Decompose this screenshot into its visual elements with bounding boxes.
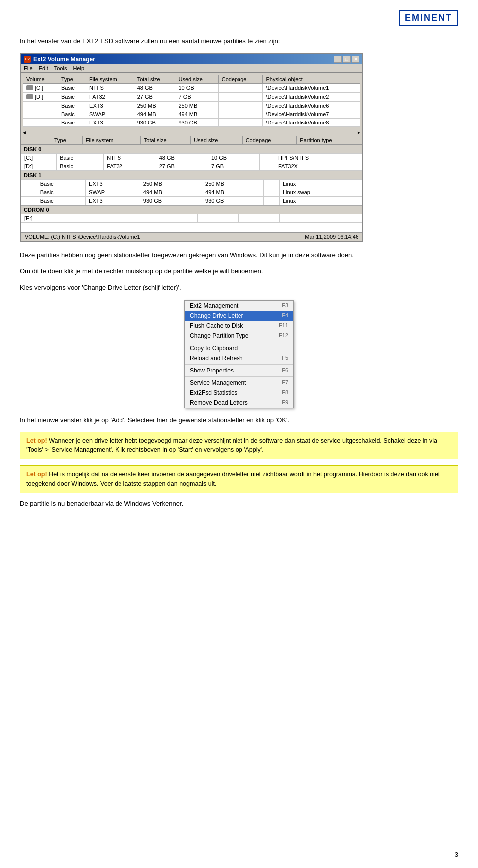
context-menu-item[interactable]: Service ManagementF7: [185, 378, 293, 388]
disk1-cell: 930 GB: [202, 196, 264, 205]
disk0-cell: [260, 162, 275, 170]
col-total: Total size: [134, 75, 175, 83]
volume-cell: Basic: [58, 83, 86, 92]
menu-edit[interactable]: Edit: [39, 65, 48, 71]
empty-table: [21, 223, 362, 232]
volume-row[interactable]: [C:]BasicNTFS48 GB10 GB\Device\HarddiskV…: [23, 83, 360, 92]
logo-area: EMINENT: [20, 10, 458, 26]
volume-row[interactable]: BasicEXT3930 GB930 GB\Device\HarddiskVol…: [23, 118, 360, 126]
disk1-cell: SWAP: [86, 188, 140, 196]
note2-label: Let op!: [26, 471, 47, 478]
cdrom0-row[interactable]: [E:]: [21, 214, 362, 222]
volume-cell: \Device\HarddiskVolume2: [263, 92, 360, 101]
disk0-cell: [D:]: [21, 162, 57, 170]
text-p2: Om dit te doen klik je met de rechter mu…: [20, 266, 458, 277]
volume-cell: 10 GB: [175, 83, 218, 92]
menu-item-shortcut: F11: [279, 322, 288, 329]
close-button[interactable]: ✕: [352, 56, 359, 63]
disk1-cell: Basic: [37, 188, 85, 196]
volume-table: Volume Type File system Total size Used …: [23, 75, 360, 127]
volume-cell: \Device\HarddiskVolume7: [263, 110, 360, 118]
context-menu-item[interactable]: Change Partition TypeF12: [185, 331, 293, 341]
text2-p1: In het nieuwe venster klik je op 'Add'. …: [20, 415, 458, 426]
ext2-volume-manager-window: E2 Ext2 Volume Manager _ □ ✕ File Edit T…: [20, 53, 363, 242]
cdrom0-cell: [E:]: [21, 214, 115, 222]
context-menu-item[interactable]: Remove Dead LettersF9: [185, 398, 293, 408]
disk-section-header: Type File system Total size Used size Co…: [21, 136, 362, 144]
volume-cell: EXT3: [86, 101, 134, 110]
volume-cell: 930 GB: [134, 118, 175, 126]
volume-cell: 494 MB: [175, 110, 218, 118]
window-icon: E2: [24, 56, 31, 63]
col-fs: File system: [86, 75, 134, 83]
volume-row[interactable]: [D:]BasicFAT3227 GB7 GB\Device\HarddiskV…: [23, 92, 360, 101]
disk0-cell: HPFS/NTFS: [275, 153, 362, 162]
disk1-row[interactable]: BasicEXT3930 GB930 GBLinux: [21, 196, 362, 205]
status-bar: VOLUME: (C:) NTFS \Device\HarddiskVolume…: [21, 232, 362, 241]
context-menu-item[interactable]: Change Drive LetterF4: [185, 311, 293, 321]
context-menu-item[interactable]: Reload and RefreshF5: [185, 353, 293, 363]
context-menu-item[interactable]: Show PropertiesF6: [185, 366, 293, 375]
disk0-table: [C:]BasicNTFS48 GB10 GBHPFS/NTFS[D:]Basi…: [21, 153, 362, 171]
volume-row[interactable]: BasicSWAP494 MB494 MB\Device\HarddiskVol…: [23, 110, 360, 118]
disk1-table: BasicEXT3250 MB250 MBLinuxBasicSWAP494 M…: [21, 179, 362, 205]
window-controls[interactable]: _ □ ✕: [334, 56, 359, 63]
disk1-cell: Basic: [37, 196, 85, 205]
volume-cell: [218, 83, 263, 92]
disk1-cell: EXT3: [86, 179, 140, 188]
disk1-row[interactable]: BasicEXT3250 MB250 MBLinux: [21, 179, 362, 188]
volume-cell: [218, 118, 263, 126]
minimize-button[interactable]: _: [334, 56, 342, 63]
disk0-cell: 10 GB: [208, 153, 259, 162]
volume-cell: SWAP: [86, 110, 134, 118]
ds-col-codepage: Codepage: [242, 136, 297, 144]
col-type: Type: [58, 75, 86, 83]
volume-cell: FAT32: [86, 92, 134, 101]
ds-col-partition: Partition type: [297, 136, 362, 144]
status-right: Mar 11,2009 16:14:46: [305, 234, 358, 240]
volume-cell: 494 MB: [134, 110, 175, 118]
disk0-cell: Basic: [57, 162, 104, 170]
menu-item-shortcut: F8: [282, 389, 288, 396]
volume-cell: [218, 101, 263, 110]
context-menu-item[interactable]: Flush Cache to DiskF11: [185, 321, 293, 331]
disk0-row[interactable]: [C:]BasicNTFS48 GB10 GBHPFS/NTFS: [21, 153, 362, 162]
volume-cell: NTFS: [86, 83, 134, 92]
menu-item-label: Change Partition Type: [190, 332, 249, 339]
titlebar-left: E2 Ext2 Volume Manager: [24, 56, 95, 63]
disk-section: Type File system Total size Used size Co…: [21, 136, 362, 232]
note1-text: Wanneer je een drive letter hebt toegevo…: [26, 437, 437, 454]
context-menu-area: Ext2 ManagementF3Change Drive LetterF4Fl…: [20, 300, 458, 408]
menu-file[interactable]: File: [24, 65, 33, 71]
menu-item-label: Service Management: [190, 379, 246, 386]
disk1-cell: EXT3: [86, 196, 140, 205]
status-left: VOLUME: (C:) NTFS \Device\HarddiskVolume…: [25, 234, 140, 240]
context-menu-item[interactable]: Copy to Clipboard: [185, 343, 293, 353]
volume-cell: 250 MB: [175, 101, 218, 110]
window-title: Ext2 Volume Manager: [33, 56, 95, 63]
cdrom0-cell: [239, 214, 280, 222]
cdrom0-cell: [321, 214, 362, 222]
disk1-cell: 494 MB: [140, 188, 202, 196]
volume-cell: [23, 118, 58, 126]
cdrom0-cell: [156, 214, 197, 222]
disk1-cell: Linux: [279, 179, 362, 188]
horizontal-scrollbar[interactable]: ◄ ►: [21, 129, 362, 136]
disk0-cell: 7 GB: [208, 162, 259, 170]
context-menu-item[interactable]: Ext2Fsd StatisticsF8: [185, 388, 293, 398]
menu-tools[interactable]: Tools: [54, 65, 67, 71]
menu-item-shortcut: F4: [282, 312, 288, 319]
maximize-button[interactable]: □: [343, 56, 351, 63]
volume-list: Volume Type File system Total size Used …: [23, 75, 360, 127]
volume-cell: [218, 110, 263, 118]
disk0-label: DISK 0: [21, 145, 362, 153]
note-box-1: Let op! Wanneer je een drive letter hebt…: [20, 432, 458, 460]
volume-row[interactable]: BasicEXT3250 MB250 MB\Device\HarddiskVol…: [23, 101, 360, 110]
note-box-2: Let op! Het is mogelijk dat na de eerste…: [20, 465, 458, 493]
disk0-row[interactable]: [D:]BasicFAT3227 GB7 GBFAT32X: [21, 162, 362, 170]
menu-help[interactable]: Help: [73, 65, 84, 71]
context-menu-item[interactable]: Ext2 ManagementF3: [185, 301, 293, 311]
disk1-row[interactable]: BasicSWAP494 MB494 MBLinux swap: [21, 188, 362, 196]
menu-item-label: Flush Cache to Disk: [190, 322, 243, 329]
menu-item-shortcut: F12: [279, 332, 288, 339]
